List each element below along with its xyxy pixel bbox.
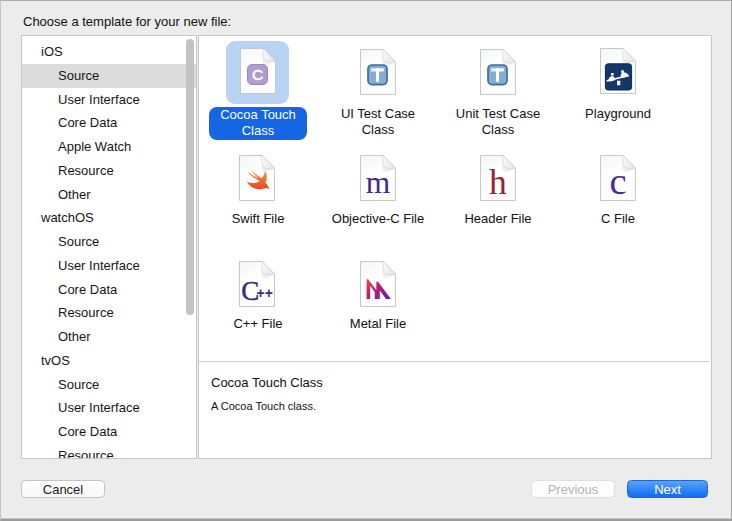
svg-text:c: c	[609, 160, 626, 201]
svg-text:m: m	[366, 165, 391, 200]
svg-text:h: h	[489, 162, 507, 201]
svg-text:C: C	[252, 66, 263, 83]
svg-text:++: ++	[257, 285, 273, 301]
